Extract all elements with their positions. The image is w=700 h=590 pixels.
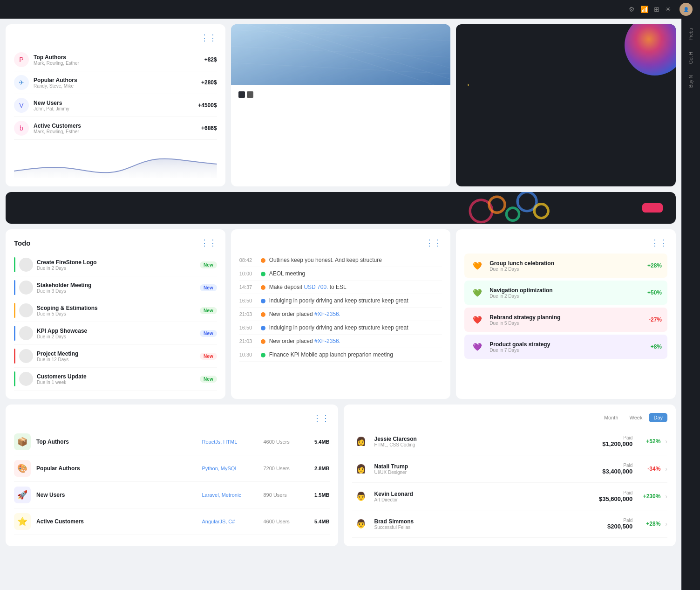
activity-text: New order placed #XF-2356. bbox=[269, 338, 442, 344]
sidebar-item-geth[interactable]: Get H bbox=[686, 48, 695, 68]
activity-item: 21:03 New order placed #XF-2356. bbox=[239, 308, 442, 321]
author-role: HTML, CSS Coding bbox=[374, 442, 598, 447]
file-icon: 📦 bbox=[14, 433, 31, 450]
todo-badge: New bbox=[200, 284, 217, 291]
sidebar-item-buyn[interactable]: Buy N bbox=[686, 71, 695, 91]
todo-info: Project Meeting Due in 12 Days bbox=[37, 350, 196, 362]
author-info: Kevin Leonard Art Director bbox=[374, 491, 595, 502]
todo-bar bbox=[14, 257, 15, 272]
todo-bar bbox=[14, 349, 15, 364]
activity-dot bbox=[261, 312, 265, 317]
todo-info: Create FireStone Logo Due in 2 Days bbox=[37, 259, 196, 271]
todo-badge: New bbox=[200, 261, 217, 268]
author-item: 👩 Jessie Clarcson HTML, CSS Coding Paid … bbox=[352, 428, 668, 455]
activity-item: 10:00 AEOL meeting bbox=[239, 267, 442, 281]
notifications-menu-icon[interactable]: ⋮⋮ bbox=[651, 238, 667, 248]
file-tech: ReactJs, HTML bbox=[202, 439, 258, 445]
earnings-header: Month Week Day bbox=[352, 413, 668, 422]
author-arrow-icon[interactable]: › bbox=[665, 493, 667, 500]
activity-time: 14:37 bbox=[239, 284, 257, 290]
activity-link[interactable]: #XF-2356. bbox=[314, 338, 340, 344]
activity-link[interactable]: USD 700. bbox=[304, 284, 328, 290]
activity-text: Outlines keep you honest. And keep struc… bbox=[269, 257, 442, 263]
earnings-card: Month Week Day 👩 Jessie Clarcson HTML, C… bbox=[344, 405, 676, 546]
activity-link[interactable]: #XF-2356. bbox=[314, 311, 340, 317]
create-campaign-button[interactable] bbox=[642, 203, 663, 213]
activity-item: 14:37 Make deposit USD 700. to ESL bbox=[239, 281, 442, 294]
stat-authors: John, Pat, Jimmy bbox=[34, 106, 193, 111]
avatar[interactable]: 👤 bbox=[680, 3, 693, 16]
activity-text: Indulging in poorly driving and keep str… bbox=[269, 324, 442, 331]
author-arrow-icon[interactable]: › bbox=[665, 520, 667, 528]
create-report-link[interactable]: › bbox=[465, 82, 469, 88]
reports-card: › bbox=[456, 24, 676, 186]
activity-dot bbox=[261, 272, 265, 276]
campaign-decoration bbox=[443, 192, 583, 224]
notif-name: Product goals strategy bbox=[489, 341, 646, 348]
author-avatar: 👩 bbox=[352, 460, 370, 478]
tab-month[interactable]: Month bbox=[599, 413, 623, 422]
weekly-sales-menu-icon[interactable]: ⋮⋮ bbox=[200, 33, 217, 43]
brightness-icon[interactable]: ☀ bbox=[665, 6, 671, 13]
paid-amount: $200,500 bbox=[607, 523, 632, 530]
stat-item: P Top Authors Mark, Rowling, Esther +82$ bbox=[14, 48, 217, 71]
notif-icon: 💚 bbox=[470, 285, 485, 300]
stat-value: +82$ bbox=[204, 56, 217, 63]
activity-time: 10:00 bbox=[239, 271, 257, 276]
stat-icon: ✈ bbox=[14, 75, 29, 90]
tab-week[interactable]: Week bbox=[625, 413, 647, 422]
todo-due: Due in 3 Days bbox=[37, 288, 196, 294]
activity-dot bbox=[261, 285, 265, 290]
weekly-sales-card: ⋮⋮ P Top Authors Mark, Rowling, Esther +… bbox=[6, 24, 225, 186]
roofing-card bbox=[231, 24, 451, 186]
signal-icon[interactable]: 📶 bbox=[640, 6, 648, 13]
sidebar-item-prebu[interactable]: Prebu bbox=[686, 24, 695, 44]
stat-icon: b bbox=[14, 121, 29, 136]
author-arrow-icon[interactable]: › bbox=[665, 465, 667, 473]
activity-dot bbox=[261, 339, 265, 344]
tab-day[interactable]: Day bbox=[649, 413, 667, 422]
files-menu-icon[interactable]: ⋮⋮ bbox=[313, 413, 330, 423]
notif-icon: 💜 bbox=[470, 339, 485, 354]
todo-due: Due in 5 Days bbox=[37, 311, 196, 316]
activity-text: AEOL meeting bbox=[269, 270, 442, 277]
paid-amount: $3,400,000 bbox=[602, 468, 632, 475]
file-size: 5.4MB bbox=[306, 439, 330, 445]
stat-items: P Top Authors Mark, Rowling, Esther +82$… bbox=[14, 48, 217, 140]
author-arrow-icon[interactable]: › bbox=[665, 438, 667, 445]
svg-point-12 bbox=[534, 204, 548, 218]
stat-name: Active Customers bbox=[34, 123, 197, 129]
activity-time: 08:42 bbox=[239, 257, 257, 263]
todo-name: Stakeholder Meeting bbox=[37, 282, 196, 288]
activity-text: Finance KPI Mobile app launch preparion … bbox=[269, 351, 442, 358]
activities-menu-icon[interactable]: ⋮⋮ bbox=[425, 238, 442, 248]
nc-square-2 bbox=[247, 91, 253, 98]
todo-avatar bbox=[19, 372, 33, 386]
todo-menu-icon[interactable]: ⋮⋮ bbox=[200, 238, 217, 248]
notifications-card: ⋮⋮ 🧡 Group lunch celebration Due in 2 Da… bbox=[456, 229, 676, 399]
middle-row: Todo ⋮⋮ Create FireStone Logo Due in 2 D… bbox=[6, 229, 676, 399]
paid-label: Paid bbox=[607, 518, 632, 523]
notif-value: +28% bbox=[647, 262, 662, 269]
stat-authors: Mark, Rowling, Esther bbox=[34, 61, 200, 66]
campaign-row bbox=[6, 192, 676, 224]
search-icon[interactable]: ⚙ bbox=[629, 6, 635, 13]
todo-badge: New bbox=[200, 330, 217, 337]
todo-badge: New bbox=[200, 307, 217, 314]
activity-time: 16:50 bbox=[239, 298, 257, 303]
file-size: 2.8MB bbox=[306, 466, 330, 471]
todo-item: KPI App Showcase Due in 2 Days New bbox=[14, 322, 217, 345]
activity-item: 16:50 Indulging in poorly driving and ke… bbox=[239, 294, 442, 308]
stat-value: +4500$ bbox=[198, 102, 217, 109]
todo-items: Create FireStone Logo Due in 2 Days New … bbox=[14, 254, 217, 391]
user-profile[interactable]: 👤 bbox=[677, 3, 693, 16]
grid-icon[interactable]: ⊞ bbox=[654, 6, 659, 13]
author-item: 👩 Natali Trump UI/UX Designer Paid $3,40… bbox=[352, 455, 668, 483]
activity-time: 21:03 bbox=[239, 338, 257, 344]
roofing-image bbox=[231, 24, 451, 85]
author-role: UI/UX Designer bbox=[374, 470, 598, 475]
author-name: Kevin Leonard bbox=[374, 491, 595, 497]
author-name: Brad Simmons bbox=[374, 518, 603, 525]
notif-due: Due in 7 Days bbox=[489, 348, 646, 353]
stat-name: New Users bbox=[34, 100, 193, 106]
